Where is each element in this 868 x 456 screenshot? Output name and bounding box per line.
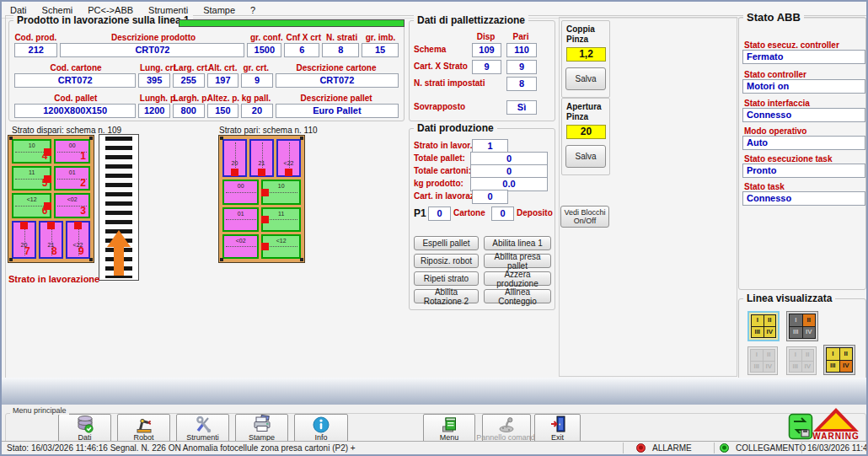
product-field-gr-crt[interactable]: 9 <box>241 73 273 88</box>
prod-label-cart-in-lavoraz: Cart. in lavoraz.: <box>414 191 480 201</box>
apertura-pinza-save-button[interactable]: Salva <box>565 145 606 168</box>
coppia-pinza-value-field[interactable]: 1,2 <box>566 47 606 62</box>
status-bar: Stato: 16/03/2026 11:46:16 Segnal. N. 22… <box>2 441 866 454</box>
quadrant-III: III <box>827 361 839 373</box>
quadrant-III: III <box>790 362 801 373</box>
quadrant-II: II <box>803 314 816 326</box>
status-datetime: 16/03/2026 11:48:26 <box>807 443 868 453</box>
abilita-rotazione-2-button[interactable]: Abilita Rotazione 2 <box>414 289 479 303</box>
exit-toolbar-button[interactable]: Exit <box>534 414 581 443</box>
pick-marker <box>231 169 238 176</box>
product-field-alt-crt[interactable]: 197 <box>207 73 239 88</box>
product-field-descrizione-cartone[interactable]: CRT072 <box>276 73 399 88</box>
product-field-cod-pallet[interactable]: 1200X800X150 <box>14 104 136 118</box>
azzera-produzione-button[interactable]: Azzera produzione <box>484 271 551 286</box>
pall-field-schema-pari[interactable]: 110 <box>506 43 537 57</box>
carton-box-22: <22 <box>276 139 301 177</box>
product-label-cod-cartone: Cod. cartone <box>14 63 137 72</box>
menu-item-dati[interactable]: Dati <box>10 5 27 15</box>
alarm-label: ALLARME <box>652 443 692 453</box>
espelli-pallet-button[interactable]: Espelli pallet <box>414 236 479 250</box>
conveyor-direction-arrow-icon <box>107 230 131 276</box>
pall-label-sovrapposto: Sovrapposto <box>414 102 465 111</box>
carton-box-00: 00 <box>222 180 259 204</box>
p1-label: P1 <box>414 207 426 219</box>
p1-cartone-field[interactable]: 0 <box>428 207 451 221</box>
linea-button-line-5[interactable]: IIIIIIIV <box>823 345 855 375</box>
product-field-largh-p[interactable]: 800 <box>173 104 205 118</box>
product-field-cod-prod[interactable]: 212 <box>14 43 57 57</box>
product-field-descrizione-pallet[interactable]: Euro Pallet <box>276 104 399 118</box>
product-field-gr-conf[interactable]: 1500 <box>247 43 281 57</box>
prod-label-kg-prodotto: kg prodotto: <box>414 179 463 188</box>
apertura-pinza-title-line1: Apertura <box>566 102 602 111</box>
carton-box-01: 01 <box>222 207 259 232</box>
menu-item-pc-abb[interactable]: PC<->ABB <box>88 5 133 15</box>
carton-box-20: 20 <box>222 139 247 177</box>
warning-triangle-icon <box>813 408 859 432</box>
menu-item-schemi[interactable]: Schemi <box>42 5 73 15</box>
product-field-gr-imb[interactable]: 15 <box>362 43 399 57</box>
stato-label-modo-operativo: Modo operativo <box>744 126 806 136</box>
menu-toolbar-button[interactable]: Menu <box>423 414 475 443</box>
pall-field-cart-x-strato-pari[interactable]: 9 <box>506 60 537 74</box>
p1-deposito-field[interactable]: 0 <box>491 207 514 221</box>
carton-box-11: 115 <box>12 166 51 190</box>
menu-item-strumenti[interactable]: Strumenti <box>148 5 188 15</box>
info-toolbar-button[interactable]: Info <box>294 414 348 443</box>
carton-box-02: <023 <box>54 193 90 217</box>
menu-item-[interactable]: ? <box>250 5 255 15</box>
vedi-blocchi-button[interactable]: Vedi BlocchiOn/Off <box>560 206 609 228</box>
pall-field-cart-x-strato-disp[interactable]: 9 <box>472 60 501 74</box>
coppia-pinza-save-button[interactable]: Salva <box>565 67 606 90</box>
product-field-larg-crt[interactable]: 255 <box>173 73 205 88</box>
database-icon <box>77 415 94 433</box>
quadrant-IV: IV <box>803 327 816 339</box>
carton-box-12: <126 <box>12 193 51 217</box>
ripeti-strato-button[interactable]: Ripeti strato <box>414 271 479 286</box>
alarm-led <box>636 443 646 453</box>
product-field-lungh-p[interactable]: 1200 <box>138 104 170 118</box>
menu-item-stampe[interactable]: Stampe <box>203 5 235 15</box>
joystick-icon <box>498 415 515 433</box>
prod-field-cart-in-lavoraz[interactable]: 0 <box>472 190 508 204</box>
dati-toolbar-button[interactable]: Dati <box>58 414 111 443</box>
pall-field-schema-disp[interactable]: 109 <box>472 43 501 57</box>
pall-field-sovrapposto-pari[interactable]: Sì <box>506 100 537 115</box>
linea-button-line-1[interactable]: IIIIIIIV <box>747 311 780 341</box>
stato-label-stato-controller: Stato controller <box>744 70 806 79</box>
stato-value-modo-operativo: Auto <box>742 136 865 150</box>
apertura-pinza-value-field[interactable]: 20 <box>566 125 606 139</box>
linea-visualizzata-title: Linea visualizzata <box>743 292 835 304</box>
allinea-conteggio-button[interactable]: Allinea Conteggio <box>484 289 551 303</box>
linea-button-line-2[interactable]: IIIIIIIV <box>786 311 818 341</box>
conveyor-belt <box>99 134 139 281</box>
abilita-presa-pallet-button[interactable]: Abilita presa pallet <box>484 254 551 268</box>
riposiz-robot-button[interactable]: Riposiz. robot <box>414 254 479 268</box>
product-label-largh-p: Largh. p. <box>174 94 205 103</box>
pick-marker <box>20 222 28 229</box>
product-label-larg-crt: Larg. crt. <box>174 63 205 72</box>
product-field-cnf-x-crt[interactable]: 6 <box>284 43 319 57</box>
product-field-n-strati[interactable]: 8 <box>322 43 359 57</box>
product-field-kg-pall[interactable]: 20 <box>241 104 273 118</box>
stato-abb-title: Stato ABB <box>743 11 804 24</box>
abilita-linea-1-button[interactable]: Abilita linea 1 <box>484 236 551 250</box>
pick-marker <box>44 175 51 183</box>
linea-button-line-3: IIIIIIIV <box>747 346 778 375</box>
product-field-cod-cartone[interactable]: CRT072 <box>14 73 136 88</box>
product-field-descrizione-prodotto[interactable]: CRT072 <box>60 43 244 57</box>
carton-box-12: <12 <box>261 234 301 259</box>
warning-text: WARNING <box>809 432 863 441</box>
product-field-lung-crt[interactable]: 395 <box>138 73 170 88</box>
pick-marker <box>285 169 292 176</box>
quadrant-I: I <box>752 315 764 326</box>
pall-field-n-strati-impostati-pari[interactable]: 8 <box>506 77 537 91</box>
product-field-altez-p[interactable]: 150 <box>207 104 239 118</box>
product-label-cod-prod: Cod. prod. <box>14 33 57 42</box>
strumenti-toolbar-button[interactable]: Strumenti <box>176 414 229 443</box>
stampe-toolbar-button[interactable]: Stampe <box>235 414 288 443</box>
robot-toolbar-button[interactable]: Robot <box>117 414 170 443</box>
apertura-pinza-group: AperturaPinza20Salva <box>561 98 610 175</box>
product-label-cod-pallet: Cod. pallet <box>14 94 137 103</box>
